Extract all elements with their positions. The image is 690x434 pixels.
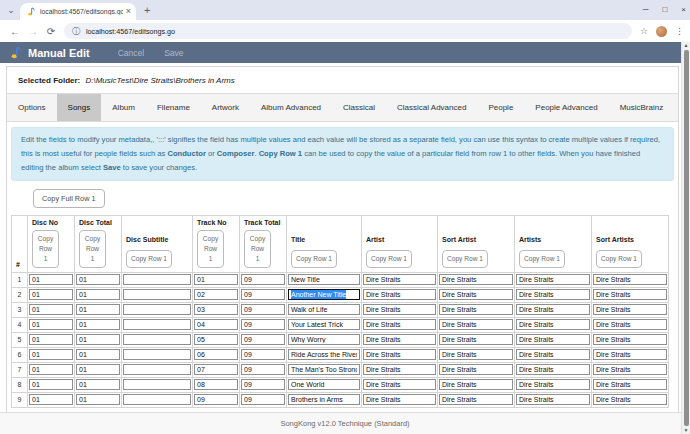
tab-classical-advanced[interactable]: Classical Advanced [386,94,477,121]
scrollbar-down-icon[interactable]: ▼ [684,427,689,434]
grid-cell-input[interactable] [288,394,360,405]
grid-cell-input[interactable] [363,274,436,285]
grid-cell-input[interactable] [439,319,513,330]
browser-tab[interactable]: localhost:4567/editsongs.go × [20,3,136,20]
tab-close-icon[interactable]: × [126,7,131,16]
grid-cell-input[interactable] [76,319,120,330]
grid-cell-input[interactable] [363,349,436,360]
tab-album[interactable]: Album [101,94,146,121]
grid-cell-input[interactable] [288,334,360,345]
grid-cell-input[interactable] [593,379,667,390]
grid-cell-input[interactable] [29,379,73,390]
grid-cell-input[interactable] [241,394,285,405]
grid-cell-input[interactable] [76,364,120,375]
grid-cell-input[interactable] [363,319,436,330]
grid-cell-input[interactable] [363,304,436,315]
copy-full-row-1-button[interactable]: Copy Full Row 1 [33,189,105,208]
copy-row1-artist-button[interactable]: Copy Row 1 [366,250,412,268]
grid-cell-input[interactable] [516,319,590,330]
grid-cell-input[interactable] [76,394,120,405]
grid-cell-input[interactable] [593,319,667,330]
tab-people[interactable]: People [477,94,524,121]
grid-cell-input[interactable] [288,379,360,390]
tab-search-chevron-icon[interactable]: ⌄ [4,3,18,17]
copy-row1-track-no-button[interactable]: Copy Row 1 [197,230,224,268]
grid-cell-input[interactable] [241,379,285,390]
grid-cell-input[interactable] [593,349,667,360]
site-info-icon[interactable]: ⓘ [72,26,80,37]
grid-cell-input[interactable] [439,289,513,300]
copy-row1-artists-button[interactable]: Copy Row 1 [519,250,565,268]
grid-cell-input[interactable] [241,364,285,375]
grid-cell-input[interactable] [516,364,590,375]
grid-cell-input[interactable] [123,304,191,315]
grid-cell-input[interactable] [123,394,191,405]
grid-cell-input[interactable] [194,379,238,390]
grid-cell-input[interactable] [194,364,238,375]
grid-cell-input[interactable] [516,334,590,345]
grid-cell-input[interactable] [288,274,360,285]
grid-cell-input[interactable] [363,289,436,300]
grid-cell-input[interactable] [123,319,191,330]
grid-cell-input[interactable] [29,319,73,330]
tab-options[interactable]: Options [7,94,57,121]
grid-cell-input[interactable] [194,319,238,330]
grid-cell-input[interactable] [593,394,667,405]
copy-row1-title-button[interactable]: Copy Row 1 [291,250,337,268]
grid-cell-input[interactable] [123,274,191,285]
grid-cell-input[interactable] [439,349,513,360]
grid-cell-input[interactable] [288,349,360,360]
grid-cell-input[interactable] [29,349,73,360]
grid-cell-input[interactable] [363,394,436,405]
grid-cell-input[interactable] [123,289,191,300]
address-bar[interactable]: ⓘ localhost:4567/editsongs.go [64,23,632,39]
grid-cell-input[interactable] [593,274,667,285]
reload-icon[interactable]: ⟳ [42,26,60,37]
grid-cell-input[interactable] [194,274,238,285]
grid-cell-input[interactable] [123,364,191,375]
grid-cell-input[interactable] [241,289,285,300]
grid-cell-input[interactable] [76,334,120,345]
copy-row1-disc-no-button[interactable]: Copy Row 1 [32,230,59,268]
grid-cell-input[interactable] [29,364,73,375]
forward-icon[interactable]: → [24,26,42,37]
grid-cell-input[interactable] [123,349,191,360]
grid-cell-input[interactable] [363,364,436,375]
tab-songs[interactable]: Songs [57,94,102,121]
grid-cell-input[interactable] [76,379,120,390]
grid-cell-input-focused[interactable]: Another New Title [288,289,360,300]
tab-people-advanced[interactable]: People Advanced [524,94,608,121]
tab-album-advanced[interactable]: Album Advanced [250,94,332,121]
grid-cell-input[interactable] [241,334,285,345]
grid-cell-input[interactable] [29,289,73,300]
profile-avatar[interactable] [656,26,667,37]
grid-cell-input[interactable] [439,379,513,390]
grid-cell-input[interactable] [593,364,667,375]
grid-cell-input[interactable] [29,304,73,315]
window-maximize-button[interactable]: □ [662,6,667,14]
grid-cell-input[interactable] [516,379,590,390]
grid-cell-input[interactable] [76,304,120,315]
grid-cell-input[interactable] [288,319,360,330]
grid-cell-input[interactable] [593,334,667,345]
grid-cell-input[interactable] [76,274,120,285]
copy-row1-disc-subtitle-button[interactable]: Copy Row 1 [126,250,172,268]
scrollbar-up-icon[interactable]: ▲ [684,42,689,49]
grid-cell-input[interactable] [194,394,238,405]
grid-cell-input[interactable] [29,394,73,405]
grid-cell-input[interactable] [288,364,360,375]
back-icon[interactable]: ← [6,26,24,37]
grid-cell-input[interactable] [439,304,513,315]
grid-cell-input[interactable] [593,289,667,300]
tab-classical[interactable]: Classical [332,94,386,121]
page-scrollbar[interactable]: ▲ ▼ [681,42,690,434]
tab-musicbrainz[interactable]: MusicBrainz [609,94,675,121]
grid-cell-input[interactable] [363,334,436,345]
grid-cell-input[interactable] [593,304,667,315]
grid-cell-input[interactable] [123,334,191,345]
grid-cell-input[interactable] [194,334,238,345]
grid-cell-input[interactable] [241,319,285,330]
bookmark-star-icon[interactable]: ☆ [640,26,648,36]
grid-cell-input[interactable] [194,349,238,360]
copy-row1-sort-artists-button[interactable]: Copy Row 1 [596,250,642,268]
